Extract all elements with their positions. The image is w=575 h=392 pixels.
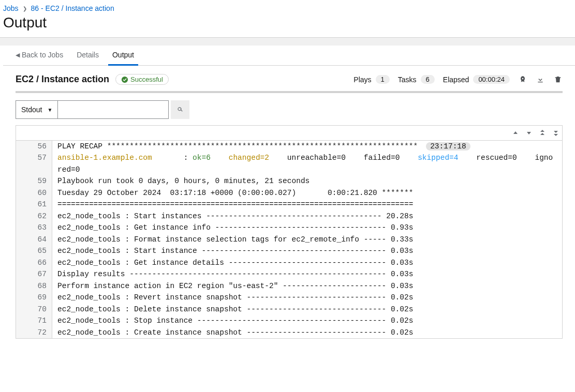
output-row: 68Perform instance action in EC2 region … <box>16 280 562 292</box>
line-content: Display results ------------------------… <box>52 268 413 280</box>
output-row: 65ec2_node_tools : Start instance ------… <box>16 245 562 257</box>
output-row: 63ec2_node_tools : Get instance info ---… <box>16 222 562 233</box>
output-row: 59Playbook run took 0 days, 0 hours, 0 m… <box>16 175 562 187</box>
plays-stat: Plays 1 <box>353 75 389 84</box>
line-content: ec2_node_tools : Start instances -------… <box>52 210 413 222</box>
output-body[interactable]: 56PLAY RECAP ***************************… <box>16 141 563 339</box>
breadcrumb: Jobs ❯ 86 - EC2 / Instance action <box>3 4 569 12</box>
summary-bar: EC2 / Instance action Successful Plays 1… <box>3 66 575 91</box>
summary-right: Plays 1 Tasks 6 Elapsed 00:00:24 <box>353 75 563 84</box>
line-number: 70 <box>16 304 52 315</box>
line-content: ec2_node_tools : Get instance details --… <box>52 257 413 268</box>
scroll-bottom-button[interactable] <box>553 129 559 137</box>
plays-label: Plays <box>353 76 371 84</box>
line-content: red=0 <box>52 164 80 175</box>
output-row: 69ec2_node_tools : Revert instance snaps… <box>16 292 562 303</box>
stream-select[interactable]: Stdout ▼ <box>16 100 57 119</box>
trash-icon <box>554 76 562 84</box>
line-number: 69 <box>16 292 52 303</box>
tabs-bar: ◀ Back to Jobs Details Output <box>3 46 575 66</box>
line-content: ec2_node_tools : Get instance info -----… <box>52 222 413 233</box>
relaunch-button[interactable] <box>518 75 527 84</box>
line-content: PLAY RECAP *****************************… <box>52 141 470 152</box>
line-number: 64 <box>16 234 52 245</box>
page-header: Jobs ❯ 86 - EC2 / Instance action Output <box>0 0 575 37</box>
output-row: 61======================================… <box>16 199 562 210</box>
line-number: 62 <box>16 210 52 222</box>
controls-row: Stdout ▼ <box>16 100 563 119</box>
line-content: ========================================… <box>52 199 413 210</box>
progress-line <box>16 91 563 93</box>
tab-details[interactable]: Details <box>77 51 99 65</box>
elapsed-value: 00:00:24 <box>473 75 510 84</box>
breadcrumb-current[interactable]: 86 - EC2 / Instance action <box>31 4 114 12</box>
rocket-icon <box>519 76 527 84</box>
plays-count: 1 <box>376 75 390 84</box>
line-content: ansible-1.example.com : ok=6 changed=2 u… <box>52 152 553 163</box>
output-row: 57ansible-1.example.com : ok=6 changed=2… <box>16 152 562 163</box>
line-number: 72 <box>16 327 52 338</box>
svg-point-0 <box>122 76 128 82</box>
scroll-top-button[interactable] <box>539 129 545 137</box>
output-row: 70ec2_node_tools : Delete instance snaps… <box>16 304 562 315</box>
tasks-count: 6 <box>421 75 435 84</box>
line-content: ec2_node_tools : Revert instance snapsho… <box>52 292 413 303</box>
output-row: 71ec2_node_tools : Stop instance -------… <box>16 315 562 326</box>
line-content: ec2_node_tools : Start instance --------… <box>52 245 413 257</box>
breadcrumb-root[interactable]: Jobs <box>3 4 19 12</box>
elapsed-stat: Elapsed 00:00:24 <box>443 75 510 84</box>
check-circle-icon <box>121 76 128 83</box>
line-content: Perform instance action in EC2 region "u… <box>52 280 413 292</box>
line-content: Playbook run took 0 days, 0 hours, 0 min… <box>52 175 309 187</box>
status-badge: Successful <box>115 74 169 85</box>
delete-button[interactable] <box>553 75 563 84</box>
download-icon <box>536 76 544 84</box>
back-label: Back to Jobs <box>22 51 63 59</box>
line-number: 57 <box>16 152 52 163</box>
search-icon <box>176 106 184 113</box>
output-section: 56PLAY RECAP ***************************… <box>3 125 575 351</box>
line-content: ec2_node_tools : Stop instance ---------… <box>52 315 413 326</box>
output-row: 60Tuesday 29 October 2024 03:17:18 +0000… <box>16 187 562 199</box>
output-row: 56PLAY RECAP ***************************… <box>16 141 562 152</box>
line-number: 59 <box>16 175 52 187</box>
line-number: 67 <box>16 268 52 280</box>
line-number: 61 <box>16 199 52 210</box>
page-title: Output <box>3 14 569 31</box>
line-content: ec2_node_tools : Format instance selecti… <box>52 234 413 245</box>
output-row: 62ec2_node_tools : Start instances -----… <box>16 210 562 222</box>
caret-down-icon: ▼ <box>47 107 52 113</box>
line-content: Tuesday 29 October 2024 03:17:18 +0000 (… <box>52 187 413 199</box>
tasks-label: Tasks <box>398 76 417 84</box>
search-button[interactable] <box>171 100 189 119</box>
content-gap <box>0 37 575 46</box>
search-input[interactable] <box>57 100 169 119</box>
tasks-stat: Tasks 6 <box>398 75 435 84</box>
chevron-right-icon: ❯ <box>23 6 27 11</box>
line-number: 60 <box>16 187 52 199</box>
output-row: 72ec2_node_tools : Create instance snaps… <box>16 327 562 338</box>
line-number: 56 <box>16 141 52 152</box>
elapsed-label: Elapsed <box>443 76 469 84</box>
toolbar-row: Stdout ▼ <box>3 91 575 125</box>
output-row: 67Display results ----------------------… <box>16 268 562 280</box>
output-nav-bar <box>16 125 563 141</box>
stream-select-label: Stdout <box>21 105 42 114</box>
line-number: 66 <box>16 257 52 268</box>
output-row: red=0 <box>16 164 562 175</box>
download-button[interactable] <box>536 75 545 84</box>
output-row: 66ec2_node_tools : Get instance details … <box>16 257 562 268</box>
job-name: EC2 / Instance action <box>16 74 109 85</box>
line-number <box>16 164 52 175</box>
output-row: 64ec2_node_tools : Format instance selec… <box>16 234 562 245</box>
back-to-jobs-link[interactable]: ◀ Back to Jobs <box>16 51 63 65</box>
line-content: ec2_node_tools : Create instance snapsho… <box>52 327 413 338</box>
line-content: ec2_node_tools : Delete instance snapsho… <box>52 304 413 315</box>
page-down-button[interactable] <box>526 130 532 136</box>
status-label: Successful <box>130 76 163 83</box>
page-up-button[interactable] <box>512 130 519 136</box>
line-number: 65 <box>16 245 52 257</box>
line-number: 68 <box>16 280 52 292</box>
caret-left-icon: ◀ <box>16 52 20 58</box>
tab-output[interactable]: Output <box>112 51 134 65</box>
